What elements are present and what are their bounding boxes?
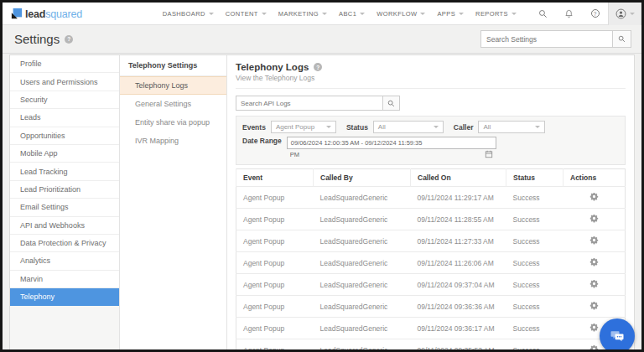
table-header-cell: Called On <box>411 169 506 187</box>
calendar-icon[interactable] <box>485 150 493 158</box>
search-icon <box>538 9 548 18</box>
cell-event: Agent Popup <box>236 274 314 296</box>
sidebar-item[interactable]: Telephony <box>10 288 119 306</box>
app-window: leadsquared DASHBOARD CONTENT MARKETING <box>0 0 644 352</box>
table-row: Agent Popup LeadSquaredGeneric 09/11/202… <box>236 318 626 339</box>
chevron-down-icon <box>420 13 425 15</box>
gear-icon[interactable] <box>589 192 599 201</box>
cell-event: Agent Popup <box>236 209 314 230</box>
settings-search-button[interactable] <box>612 31 631 47</box>
submenu-item-label: Telephony Logs <box>135 81 188 90</box>
telephony-logs-info-icon[interactable]: ? <box>314 63 322 71</box>
cell-status: Success <box>506 187 564 209</box>
events-filter-label: Events <box>242 123 266 132</box>
table-body: Agent Popup LeadSquaredGeneric 09/11/202… <box>236 187 626 350</box>
cell-called-on: 09/11/2024 09:35:53 AM <box>411 339 506 350</box>
table-row: Agent Popup LeadSquaredGeneric 09/11/202… <box>236 339 626 350</box>
sidebar-item[interactable]: Users and Permissions <box>10 73 119 91</box>
table-header-cell: Called By <box>314 169 411 187</box>
gear-icon[interactable] <box>589 301 599 310</box>
chat-widget-button[interactable] <box>600 318 635 352</box>
cell-actions <box>564 187 626 209</box>
chevron-down-icon <box>262 13 267 15</box>
nav-menu-item[interactable]: REPORTS <box>475 10 517 18</box>
notifications-button[interactable] <box>556 3 582 25</box>
user-menu-button[interactable] <box>608 3 641 25</box>
sidebar-item[interactable]: Lead Tracking <box>10 163 119 180</box>
nav-menu-item[interactable]: WORKFLOW <box>377 10 425 18</box>
submenu-item[interactable]: Entity share via popup <box>120 113 226 132</box>
chevron-down-icon <box>209 13 214 15</box>
nav-menu-item-label: MARKETING <box>278 10 319 18</box>
submenu-header: Telephony Settings <box>120 55 226 76</box>
chat-bubbles-icon <box>609 328 626 344</box>
cell-called-on: 09/11/2024 09:37:04 AM <box>411 274 506 296</box>
events-filter-dropdown[interactable]: Agent Popup <box>271 121 336 133</box>
nav-menu-item-label: CONTENT <box>226 10 258 18</box>
submenu-item[interactable]: Telephony Logs <box>120 76 226 95</box>
sidebar-item[interactable]: Mobile App <box>10 145 119 163</box>
sidebar-item[interactable]: Security <box>10 91 119 109</box>
sidebar-item[interactable]: Profile <box>10 55 119 73</box>
gear-icon[interactable] <box>589 323 599 332</box>
cell-event: Agent Popup <box>236 296 314 318</box>
gear-icon[interactable] <box>589 214 599 223</box>
page-header: Settings ? <box>3 25 641 54</box>
submenu-list: Telephony Logs General Settings Entity s… <box>120 76 226 150</box>
gear-icon[interactable] <box>589 344 599 349</box>
nav-menu-item[interactable]: MARKETING <box>278 10 327 18</box>
chevron-down-icon <box>326 126 331 128</box>
chevron-down-icon <box>630 13 635 15</box>
submenu-item[interactable]: IVR Mapping <box>120 132 226 150</box>
caller-filter-value: All <box>483 123 491 131</box>
sidebar-item[interactable]: Opportunities <box>10 127 119 145</box>
api-logs-search-input[interactable] <box>236 96 382 110</box>
nav-menu-item-label: WORKFLOW <box>377 10 417 18</box>
help-button[interactable]: ? <box>582 3 608 25</box>
gear-icon[interactable] <box>589 257 599 267</box>
nav-menu-item[interactable]: DASHBOARD <box>163 10 214 18</box>
sidebar-item-label: Marvin <box>20 275 43 283</box>
status-filter-label: Status <box>346 123 368 132</box>
cell-called-on: 09/11/2024 11:26:06 AM <box>411 252 506 274</box>
settings-panel: Profile Users and Permissions Security L… <box>9 54 635 349</box>
date-range-input-wrap: PM <box>290 151 299 158</box>
leadsquared-logo[interactable]: leadsquared <box>11 6 82 21</box>
settings-info-icon[interactable]: ? <box>65 35 73 44</box>
nav-menu-item[interactable]: ABC1 <box>339 10 365 18</box>
sidebar-item[interactable]: Data Protection & Privacy <box>10 235 119 252</box>
cell-event: Agent Popup <box>236 187 314 209</box>
date-range-input[interactable]: 09/06/2024 12:00:35 AM - 09/12/2024 11:5… <box>287 137 496 149</box>
sidebar-item-label: Leads <box>20 113 41 122</box>
settings-search-input[interactable] <box>481 31 612 47</box>
sidebar-item[interactable]: Leads <box>10 109 119 127</box>
gear-icon[interactable] <box>589 279 599 288</box>
sidebar-item-label: Lead Tracking <box>20 168 68 176</box>
cell-actions <box>564 252 626 274</box>
sidebar-item[interactable]: Lead Prioritization <box>10 181 119 199</box>
sidebar-item[interactable]: Email Settings <box>10 199 119 216</box>
caller-filter-dropdown[interactable]: All <box>478 121 545 133</box>
search-button[interactable] <box>530 3 556 25</box>
submenu-item[interactable]: General Settings <box>120 95 226 113</box>
api-logs-search-box <box>236 96 400 111</box>
nav-menu-item[interactable]: APPS <box>437 10 464 18</box>
cell-called-by: LeadSquaredGeneric <box>314 230 411 252</box>
gear-icon[interactable] <box>589 236 599 245</box>
chevron-down-icon <box>459 13 464 15</box>
chevron-down-icon <box>360 13 365 15</box>
date-range-label: Date Range <box>242 137 282 145</box>
logo-text-lead: lead <box>25 8 45 20</box>
sidebar-item[interactable]: Analytics <box>10 252 119 270</box>
api-logs-search-button[interactable] <box>382 96 399 110</box>
user-avatar-icon <box>615 8 626 19</box>
cell-called-on: 09/11/2024 09:36:17 AM <box>411 318 506 339</box>
caller-filter-label: Caller <box>454 123 474 132</box>
sidebar-item[interactable]: Marvin <box>10 271 119 288</box>
submenu-item-label: General Settings <box>135 100 191 108</box>
status-filter-dropdown[interactable]: All <box>373 121 444 133</box>
nav-menu-item[interactable]: CONTENT <box>226 10 267 18</box>
sidebar-item[interactable]: API and Webhooks <box>10 217 119 235</box>
cell-actions <box>564 230 626 252</box>
cell-actions <box>564 274 626 296</box>
